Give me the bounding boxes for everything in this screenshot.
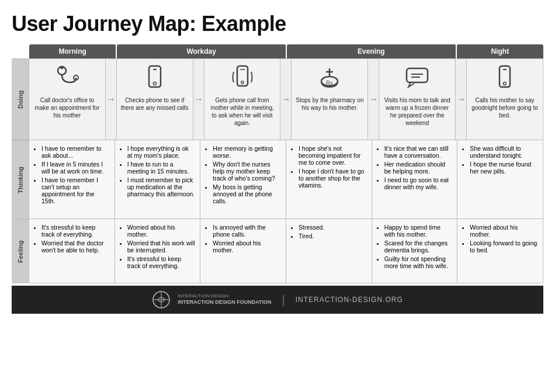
footer: INTERACTION DESIGN INTERACTION DESIGN FO…: [12, 286, 543, 314]
svg-point-6: [153, 82, 156, 85]
thinking-morning-1: If I leave in 5 minutes I will be at wor…: [41, 161, 110, 175]
feeling-evening1-0: Stressed.: [299, 224, 367, 231]
svg-text:Rx: Rx: [326, 80, 333, 86]
feeling-evening1-1: Tired.: [299, 233, 367, 240]
thinking-workday2-0: Her memory is getting worse.: [213, 145, 281, 159]
thinking-evening2-0: It's nice that we can still have a conve…: [384, 145, 453, 159]
feeling-evening2-2: Guilty for not spending more time with h…: [384, 255, 453, 269]
thinking-night-list: She was difficult to understand tonight.…: [462, 145, 538, 175]
footer-logo-icon: [152, 290, 171, 309]
thinking-workday1-1: I have to run to a meeting in 15 minutes…: [127, 161, 196, 175]
footer-org: INTERACTION DESIGN INTERACTION DESIGN FO…: [178, 293, 271, 306]
doing-evening2: Visits his mom to talk and warm up a fro…: [379, 59, 456, 140]
phone-icon: [143, 64, 166, 91]
feeling-row: It's stressful to keep track of everythi…: [29, 219, 543, 283]
row-label-thinking: Thinking: [12, 140, 29, 219]
feeling-night-0: Worried about his mother.: [470, 224, 538, 238]
feeling-evening2-list: Happy to spend time with his mother. Sca…: [377, 224, 453, 269]
doing-night: Calls his mother to say goodnight before…: [467, 59, 543, 140]
stethoscope-icon: [54, 64, 81, 91]
thinking-row: I have to remember to ask about... If I …: [29, 140, 543, 219]
thinking-evening1-list: I hope she's not becoming impatient for …: [291, 145, 367, 189]
thinking-evening2: It's nice that we can still have a conve…: [372, 140, 458, 218]
svg-point-9: [241, 81, 244, 84]
thinking-workday2-2: My boss is getting annoyed at the phone …: [213, 183, 281, 204]
doing-workday1-text: Checks phone to see if there are any mis…: [120, 96, 189, 112]
feeling-morning: It's stressful to keep track of everythi…: [29, 219, 115, 283]
doing-workday2: Gets phone call from mother while in mee…: [204, 59, 281, 140]
feeling-evening2: Happy to spend time with his mother. Sca…: [372, 219, 458, 283]
phase-header-night: Night: [457, 44, 543, 58]
mortar-icon: Rx: [316, 64, 343, 91]
doing-night-text: Calls his mother to say goodnight before…: [470, 96, 539, 119]
phase-header-workday: Workday: [117, 44, 287, 58]
footer-url: INTERACTION-DESIGN.ORG: [296, 296, 403, 304]
svg-point-19: [504, 82, 507, 85]
feeling-workday1-0: Worried about his mother.: [127, 224, 196, 238]
doing-workday1: Checks phone to see if there are any mis…: [117, 59, 193, 140]
thinking-workday1-list: I hope everything is ok at my mom's plac…: [120, 145, 196, 197]
thinking-night: She was difficult to understand tonight.…: [457, 140, 543, 218]
doing-row: Call doctor's office to make an appointm…: [29, 58, 543, 140]
row-label-doing: Doing: [12, 58, 29, 140]
feeling-workday2-1: Worried about his mother.: [213, 240, 281, 254]
feeling-evening2-1: Scared for the changes dementia brings.: [384, 240, 453, 254]
phase-header-morning: Morning: [29, 44, 117, 58]
thinking-workday2: Her memory is getting worse. Why don't t…: [200, 140, 286, 218]
thinking-workday1-0: I hope everything is ok at my mom's plac…: [127, 145, 196, 159]
doing-workday2-text: Gets phone call from mother while in mee…: [208, 96, 277, 127]
phase-header-evening: Evening: [287, 44, 457, 58]
thinking-morning-2: I have to remember I can't setup an appo…: [41, 176, 110, 204]
thinking-evening2-list: It's nice that we can still have a conve…: [377, 145, 453, 190]
thinking-workday1-2: I must remember to pick up medication at…: [127, 176, 196, 197]
feeling-workday1-2: It's stressful to keep track of everythi…: [127, 255, 196, 269]
doing-evening1: Rx Stops by the pharmacy on his way to h…: [292, 59, 368, 140]
feeling-night-list: Worried about his mother. Looking forwar…: [462, 224, 538, 254]
feeling-workday1-list: Worried about his mother. Worried that h…: [120, 224, 196, 269]
thinking-evening1: I hope she's not becoming impatient for …: [286, 140, 372, 218]
thinking-morning-list: I have to remember to ask about... If I …: [34, 145, 110, 204]
feeling-evening2-0: Happy to spend time with his mother.: [384, 224, 453, 238]
feeling-workday2: Is annoyed with the phone calls. Worried…: [200, 219, 286, 283]
row-label-feeling: Feeling: [12, 219, 29, 283]
feeling-workday2-list: Is annoyed with the phone calls. Worried…: [205, 224, 281, 254]
chat-icon: [404, 64, 431, 91]
feeling-evening1: Stressed. Tired.: [286, 219, 372, 283]
phone-ring-icon: [229, 64, 256, 91]
doing-morning-text: Call doctor's office to make an appointm…: [33, 96, 102, 119]
feeling-evening1-list: Stressed. Tired.: [291, 224, 367, 240]
feeling-workday1-1: Worried that his work will be interrupte…: [127, 240, 196, 254]
thinking-workday2-1: Why don't the nurses help my mother keep…: [213, 161, 281, 182]
svg-rect-14: [407, 68, 428, 82]
feeling-morning-list: It's stressful to keep track of everythi…: [34, 224, 110, 254]
doing-evening1-text: Stops by the pharmacy on his way to his …: [295, 96, 364, 112]
thinking-evening2-2: I need to go soon to eat dinner with my …: [384, 176, 453, 190]
feeling-workday2-0: Is annoyed with the phone calls.: [213, 224, 281, 238]
thinking-morning-0: I have to remember to ask about...: [41, 145, 110, 159]
thinking-night-1: I hope the nurse found her new pills.: [470, 161, 538, 175]
thinking-workday1: I hope everything is ok at my mom's plac…: [115, 140, 201, 218]
thinking-evening2-1: Her medication should be helping more.: [384, 161, 453, 175]
svg-rect-7: [237, 66, 248, 86]
thinking-morning: I have to remember to ask about... If I …: [29, 140, 115, 218]
feeling-morning-1: Worried that the doctor won't be able to…: [41, 240, 110, 254]
footer-divider: |: [282, 293, 285, 307]
doing-evening2-text: Visits his mom to talk and warm up a fro…: [383, 96, 452, 127]
feeling-night-1: Looking forward to going to bed.: [470, 240, 538, 254]
feeling-workday1: Worried about his mother. Worried that h…: [115, 219, 201, 283]
feeling-morning-0: It's stressful to keep track of everythi…: [41, 224, 110, 238]
thinking-workday2-list: Her memory is getting worse. Why don't t…: [205, 145, 281, 204]
thinking-evening1-1: I hope I don't have to go to another sho…: [299, 168, 367, 189]
doing-morning: Call doctor's office to make an appointm…: [29, 59, 106, 140]
phone2-icon: [493, 64, 516, 91]
thinking-night-0: She was difficult to understand tonight.: [470, 145, 538, 159]
thinking-evening1-0: I hope she's not becoming impatient for …: [299, 145, 367, 166]
page-title: User Journey Map: Example: [12, 12, 543, 36]
feeling-night: Worried about his mother. Looking forwar…: [457, 219, 543, 283]
